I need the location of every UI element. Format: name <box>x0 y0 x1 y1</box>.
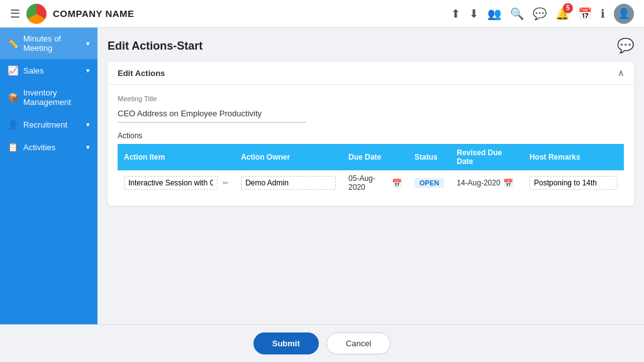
info-icon[interactable]: ℹ <box>601 7 605 21</box>
topnav-icons: ⬆ ⬇ 👥 🔍 💬 🔔 5 📅 ℹ 👤 <box>451 4 634 24</box>
card-header: Edit Actions ∧ <box>108 62 634 85</box>
layout: ✏️ Minutes of Meeting ▾ 📈 Sales ▾ 📦 Inve… <box>0 28 644 362</box>
table-header-row: Action Item Action Owner Due Date Status… <box>118 144 624 170</box>
col-due-date: Due Date <box>342 144 408 170</box>
cancel-button[interactable]: Cancel <box>326 332 391 354</box>
sidebar-item-minutes-of-meeting[interactable]: ✏️ Minutes of Meeting ▾ <box>0 28 97 59</box>
action-owner-input[interactable] <box>241 176 336 190</box>
notifications-icon[interactable]: 🔔 5 <box>555 7 569 21</box>
hamburger-icon[interactable]: ☰ <box>10 7 20 21</box>
table-header: Action Item Action Owner Due Date Status… <box>118 144 624 170</box>
sidebar-item-sales[interactable]: 📈 Sales ▾ <box>0 59 97 82</box>
page-title: Edit Actions-Start <box>108 40 203 53</box>
col-action-owner: Action Owner <box>235 144 342 170</box>
chevron-icon: ▾ <box>86 143 90 151</box>
company-name: COMPANY NAME <box>53 8 135 19</box>
host-remarks-input[interactable] <box>530 176 618 190</box>
table-body: ✏ 05-Aug-2020 📅 <box>118 170 624 195</box>
avatar[interactable]: 👤 <box>614 4 634 24</box>
main-content: Edit Actions-Start 💬 Edit Actions ∧ Meet… <box>97 28 644 362</box>
revised-date-calendar-icon[interactable]: 📅 <box>503 178 513 188</box>
revised-due-date-value: 14-Aug-2020 <box>457 178 500 187</box>
sidebar-item-label: Activities <box>23 143 81 152</box>
edit-pencil-icon[interactable]: ✏ <box>223 179 228 187</box>
page-title-bar: Edit Actions-Start 💬 <box>108 38 634 54</box>
due-date-field: 05-Aug-2020 📅 <box>348 174 402 192</box>
download-icon[interactable]: ⬇ <box>469 7 479 21</box>
cell-revised-due-date: 14-Aug-2020 📅 <box>450 170 523 195</box>
due-date-calendar-icon[interactable]: 📅 <box>392 178 402 188</box>
sidebar-item-label: Sales <box>23 66 81 75</box>
col-action-item: Action Item <box>118 144 235 170</box>
notification-badge: 5 <box>563 3 573 13</box>
status-badge: OPEN <box>414 178 444 188</box>
cell-action-owner[interactable] <box>235 170 342 195</box>
revised-due-date-field: 14-Aug-2020 📅 <box>457 178 517 188</box>
cell-action-item[interactable]: ✏ <box>118 170 235 195</box>
chat-icon[interactable]: 💬 <box>533 7 547 21</box>
search-icon[interactable]: 🔍 <box>510 7 524 21</box>
page-chat-icon[interactable]: 💬 <box>617 38 634 54</box>
table-row: ✏ 05-Aug-2020 📅 <box>118 170 624 195</box>
company-logo <box>26 4 47 24</box>
actions-section-label: Actions <box>118 131 624 140</box>
sidebar: ✏️ Minutes of Meeting ▾ 📈 Sales ▾ 📦 Inve… <box>0 28 97 362</box>
recruitment-icon: 👤 <box>8 119 18 129</box>
users-icon[interactable]: 👥 <box>487 7 501 21</box>
bottom-bar: Submit Cancel <box>0 324 644 362</box>
cell-due-date: 05-Aug-2020 📅 <box>342 170 408 195</box>
cell-host-remarks[interactable] <box>523 170 624 195</box>
topnav-left: ☰ COMPANY NAME <box>10 4 451 24</box>
share-icon[interactable]: ⬆ <box>451 7 460 21</box>
sidebar-item-label: Minutes of Meeting <box>23 34 81 53</box>
action-item-input[interactable] <box>124 176 218 190</box>
card-header-label: Edit Actions <box>118 69 165 78</box>
sidebar-item-label: Inventory Management <box>23 88 90 107</box>
inventory-icon: 📦 <box>8 92 18 102</box>
sales-icon: 📈 <box>8 65 18 75</box>
activities-icon: 📋 <box>8 142 18 152</box>
calendar-icon[interactable]: 📅 <box>578 7 592 21</box>
meeting-title-field: Meeting Title CEO Address on Employee Pr… <box>118 95 624 123</box>
edit-actions-card: Edit Actions ∧ Meeting Title CEO Address… <box>108 62 634 206</box>
sidebar-item-inventory-management[interactable]: 📦 Inventory Management <box>0 82 97 113</box>
chevron-icon: ▾ <box>86 40 90 48</box>
actions-table: Action Item Action Owner Due Date Status… <box>118 144 624 195</box>
card-body: Meeting Title CEO Address on Employee Pr… <box>108 85 634 206</box>
minutes-icon: ✏️ <box>8 38 18 48</box>
collapse-icon[interactable]: ∧ <box>618 68 624 78</box>
due-date-value: 05-Aug-2020 <box>348 174 389 192</box>
cell-status: OPEN <box>408 170 450 195</box>
sidebar-item-activities[interactable]: 📋 Activities ▾ <box>0 136 97 158</box>
chevron-icon: ▾ <box>86 121 90 129</box>
col-revised-due-date: Revised Due Date <box>450 144 523 170</box>
sidebar-item-recruitment[interactable]: 👤 Recruitment ▾ <box>0 113 97 136</box>
chevron-icon: ▾ <box>86 67 90 75</box>
col-status: Status <box>408 144 450 170</box>
submit-button[interactable]: Submit <box>253 332 319 354</box>
sidebar-item-label: Recruitment <box>23 120 81 129</box>
topnav: ☰ COMPANY NAME ⬆ ⬇ 👥 🔍 💬 🔔 5 📅 ℹ 👤 <box>0 0 644 28</box>
meeting-title-label: Meeting Title <box>118 95 624 102</box>
meeting-title-value: CEO Address on Employee Productivity <box>118 105 306 123</box>
col-host-remarks: Host Remarks <box>523 144 624 170</box>
